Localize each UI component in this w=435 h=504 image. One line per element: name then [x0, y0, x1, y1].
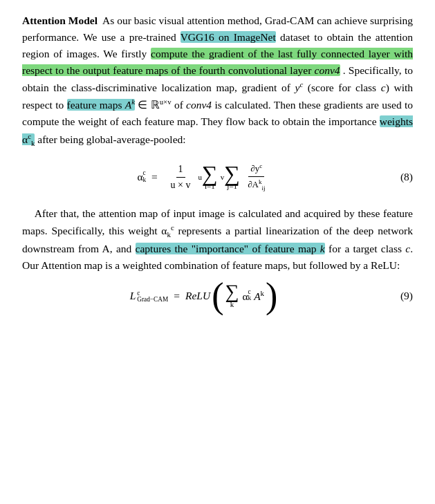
fraction-partial: ∂yc ∂Akij — [246, 161, 267, 192]
equation-9-row: L c Grad−CAM = ReLU ( ∑ k αck Ak ) (9) — [22, 281, 413, 311]
equation-8-content: αck = 1 u × v u ∑ i=1 v ∑ j=1 — [22, 161, 385, 192]
page-content: Attention Model As our basic visual atte… — [22, 12, 413, 311]
left-paren: ( — [212, 281, 223, 311]
fraction-1-uv: 1 u × v — [169, 162, 193, 192]
highlight-vgg16: VGG16 on ImageNet — [181, 31, 276, 43]
paragraph-2: After that, the attention map of input i… — [22, 205, 413, 274]
equation-9-number: (9) — [385, 288, 413, 304]
equation-8-number: (8) — [385, 169, 413, 185]
paragraph-1: Attention Model As our basic visual atte… — [22, 12, 413, 149]
equation-9-content: L c Grad−CAM = ReLU ( ∑ k αck Ak ) — [22, 281, 385, 311]
equation-8-row: αck = 1 u × v u ∑ i=1 v ∑ j=1 — [22, 161, 413, 192]
section-title: Attention Model — [22, 15, 98, 26]
highlight-importance: captures the "importance" of feature map… — [136, 243, 325, 254]
right-paren: ) — [266, 281, 277, 311]
